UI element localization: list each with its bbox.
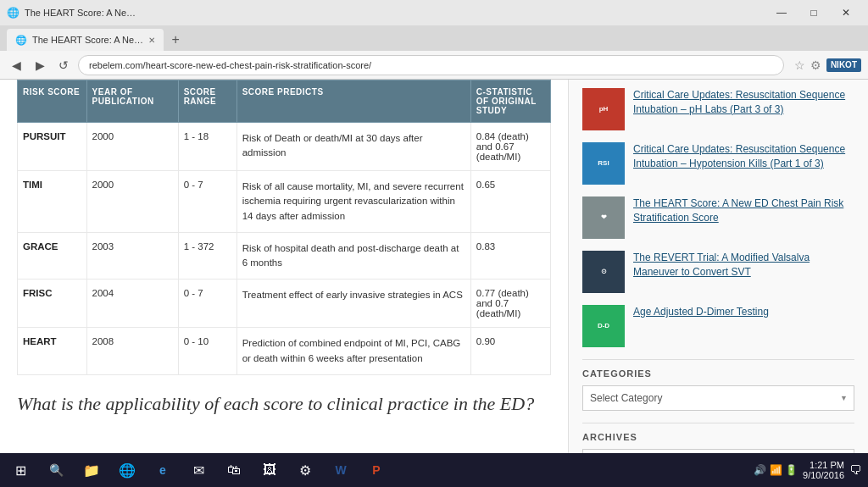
categories-select-wrapper: Select Category xyxy=(582,385,854,411)
cell-cstat: 0.65 xyxy=(470,171,550,233)
table-row: HEART 2008 0 - 10 Prediction of combined… xyxy=(18,328,551,375)
taskbar-ie[interactable]: 🌐 xyxy=(110,453,144,487)
thumb-text: RSI xyxy=(594,156,612,171)
col-header-cstat: C-Statistic of Original Study xyxy=(470,80,550,123)
cell-risk-score: HEART xyxy=(18,328,87,375)
start-button[interactable]: ⊞ xyxy=(0,453,41,487)
refresh-button[interactable]: ↺ xyxy=(54,56,73,75)
star-icon[interactable]: ☆ xyxy=(794,58,805,72)
tab-close-icon[interactable]: ✕ xyxy=(148,36,155,45)
minimize-button[interactable]: — xyxy=(766,3,797,22)
article-thumbnail: RSI xyxy=(582,142,625,185)
clock-time: 1:21 PM xyxy=(810,460,844,470)
table-row: PURSUIT 2000 1 - 18 Risk of Death or dea… xyxy=(18,123,551,171)
back-button[interactable]: ◀ xyxy=(7,56,25,75)
maximize-button[interactable]: □ xyxy=(798,3,829,22)
title-bar: 🌐 The HEART Score: A Ne… — □ ✕ xyxy=(0,0,868,25)
cell-predicts: Risk of all cause mortality, MI, and sev… xyxy=(236,171,470,233)
sidebar-article-item: ❤ The HEART Score: A New ED Chest Pain R… xyxy=(582,196,854,239)
taskbar-pinned-icons: 📁 🌐 e ✉ 🛍 🖼 ⚙ W P xyxy=(75,453,393,487)
article-link[interactable]: Age Adjusted D-Dimer Testing xyxy=(633,305,769,319)
cell-range: 1 - 372 xyxy=(178,232,236,279)
new-tab-button[interactable]: + xyxy=(164,29,187,51)
sidebar: pH Critical Care Updates: Resuscitation … xyxy=(568,80,868,453)
cell-cstat: 0.77 (death) and 0.7 (death/MI) xyxy=(470,279,550,328)
cell-predicts: Treatment effect of early invasive strat… xyxy=(236,279,470,328)
cell-risk-score: GRACE xyxy=(18,232,87,279)
cell-year: 2004 xyxy=(86,279,178,328)
cell-year: 2000 xyxy=(86,123,178,171)
article-thumbnail: pH xyxy=(582,88,625,130)
categories-select[interactable]: Select Category xyxy=(582,385,854,411)
cell-range: 0 - 10 xyxy=(178,328,236,375)
taskbar-search-button[interactable]: 🔍 xyxy=(41,453,71,487)
nikot-badge: NIKOT xyxy=(826,58,861,72)
taskbar-settings[interactable]: ⚙ xyxy=(288,453,322,487)
thumb-text: ❤ xyxy=(598,210,610,225)
thumb-text: pH xyxy=(596,102,612,117)
tab-favicon: 🌐 xyxy=(15,35,27,46)
start-icon: ⊞ xyxy=(15,462,26,479)
cell-cstat: 0.83 xyxy=(470,232,550,279)
col-header-risk-score: Risk Score xyxy=(18,80,87,123)
cell-range: 0 - 7 xyxy=(178,279,236,328)
categories-section-title: CATEGORIES xyxy=(582,359,854,379)
cell-cstat: 0.90 xyxy=(470,328,550,375)
cell-risk-score: TIMI xyxy=(18,171,87,233)
cell-range: 0 - 7 xyxy=(178,171,236,233)
tab-bar: 🌐 The HEART Score: A Ne… ✕ + xyxy=(0,25,868,51)
article-link[interactable]: The REVERT Trial: A Modified Valsalva Ma… xyxy=(633,251,854,279)
tray-icons: 🔊 📶 🔋 xyxy=(754,464,798,476)
taskbar-powerpoint[interactable]: P xyxy=(359,453,393,487)
taskbar: ⊞ 🔍 📁 🌐 e ✉ 🛍 🖼 ⚙ W P 🔊 📶 🔋 1:21 PM 9/10… xyxy=(0,453,868,487)
table-row: GRACE 2003 1 - 372 Risk of hospital deat… xyxy=(18,232,551,279)
archives-section-title: ARCHIVES xyxy=(582,423,854,442)
article-link[interactable]: The HEART Score: A New ED Chest Pain Ris… xyxy=(633,196,854,225)
browser-favicon: 🌐 xyxy=(7,7,19,19)
cell-year: 2003 xyxy=(86,232,178,279)
sidebar-article-item: ⊙ The REVERT Trial: A Modified Valsalva … xyxy=(582,251,854,293)
article-thumbnail: D-D xyxy=(582,305,625,347)
cell-year: 2000 xyxy=(86,171,178,233)
article-link[interactable]: Critical Care Updates: Resuscitation Seq… xyxy=(633,88,854,117)
notification-icon[interactable]: 🗨 xyxy=(849,463,861,477)
taskbar-store[interactable]: 🛍 xyxy=(217,453,251,487)
taskbar-file-explorer[interactable]: 📁 xyxy=(75,453,108,487)
col-header-range: Score Range xyxy=(178,80,236,123)
browser-chrome: 🌐 The HEART Score: A Ne… — □ ✕ 🌐 The HEA… xyxy=(0,0,868,80)
window-title: The HEART Score: A Ne… xyxy=(25,8,136,18)
taskbar-mail[interactable]: ✉ xyxy=(181,453,215,487)
page-content: Risk Score Year of Publication Score Ran… xyxy=(0,80,868,453)
section-heading: What is the applicability of each score … xyxy=(17,392,551,417)
article-thumbnail: ❤ xyxy=(582,196,625,239)
table-row: FRISC 2004 0 - 7 Treatment effect of ear… xyxy=(18,279,551,328)
sidebar-article-item: pH Critical Care Updates: Resuscitation … xyxy=(582,88,854,130)
window-controls: — □ ✕ xyxy=(766,3,861,22)
clock-date: 9/10/2016 xyxy=(803,470,844,480)
close-button[interactable]: ✕ xyxy=(831,3,861,22)
cell-risk-score: PURSUIT xyxy=(18,123,87,171)
cell-risk-score: FRISC xyxy=(18,279,87,328)
main-article: Risk Score Year of Publication Score Ran… xyxy=(0,80,568,453)
taskbar-photos[interactable]: 🖼 xyxy=(253,453,287,487)
cell-predicts: Risk of Death or death/MI at 30 days aft… xyxy=(236,123,470,171)
search-icon: 🔍 xyxy=(49,463,64,477)
thumb-text: ⊙ xyxy=(598,264,610,279)
sidebar-articles-list: pH Critical Care Updates: Resuscitation … xyxy=(582,88,854,347)
extensions-icon[interactable]: ⚙ xyxy=(810,58,821,72)
thumb-text: D-D xyxy=(594,318,613,334)
sidebar-article-item: D-D Age Adjusted D-Dimer Testing xyxy=(582,305,854,347)
article-link[interactable]: Critical Care Updates: Resuscitation Seq… xyxy=(633,142,854,171)
address-input[interactable]: rebelem.com/heart-score-new-ed-chest-pai… xyxy=(78,55,784,75)
cell-cstat: 0.84 (death) and 0.67 (death/MI) xyxy=(470,123,550,171)
col-header-year: Year of Publication xyxy=(86,80,178,123)
cell-range: 1 - 18 xyxy=(178,123,236,171)
article-thumbnail: ⊙ xyxy=(582,251,625,293)
taskbar-clock[interactable]: 1:21 PM 9/10/2016 xyxy=(803,460,844,480)
address-text: rebelem.com/heart-score-new-ed-chest-pai… xyxy=(89,60,371,70)
active-tab[interactable]: 🌐 The HEART Score: A Ne… ✕ xyxy=(7,29,164,51)
forward-button[interactable]: ▶ xyxy=(31,56,49,75)
taskbar-word[interactable]: W xyxy=(324,453,358,487)
comparison-table: Risk Score Year of Publication Score Ran… xyxy=(17,80,551,375)
taskbar-edge[interactable]: e xyxy=(146,453,180,487)
